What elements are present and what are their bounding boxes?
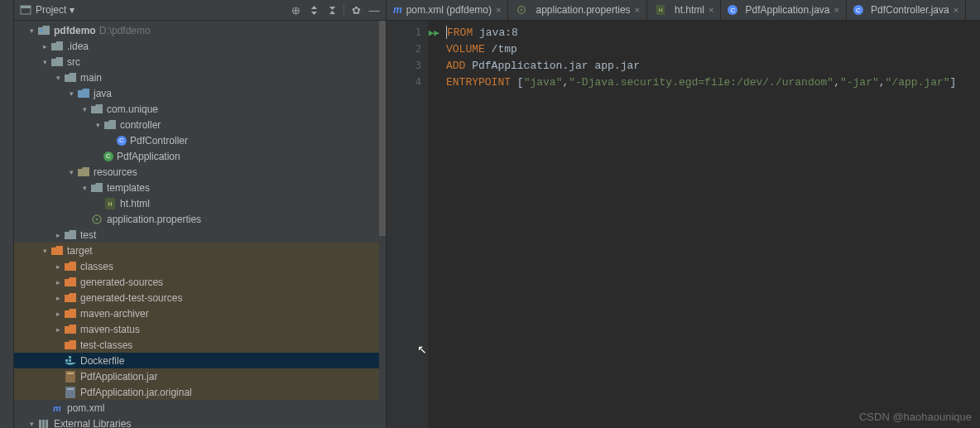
resources-folder-icon (77, 166, 90, 178)
close-icon[interactable]: × (635, 5, 640, 15)
excluded-folder-icon (64, 324, 77, 335)
project-tree[interactable]: ▾ pdfdemo D:\pdfdemo ▸ .idea ▾ src (14, 21, 386, 428)
chevron-down-icon[interactable]: ▾ (80, 184, 89, 192)
tree-scrollbar[interactable] (379, 21, 386, 428)
code-line[interactable]: VOLUME /tmp (446, 41, 980, 57)
gutter-line-4[interactable]: 4 (387, 74, 428, 90)
code-line[interactable]: FROM java:8 (446, 24, 980, 41)
chevron-down-icon[interactable]: ▾ (67, 89, 75, 98)
tree-item-package[interactable]: ▾ com.unique (14, 101, 386, 117)
chevron-right-icon[interactable]: ▸ (54, 310, 62, 318)
tree-label: External Libraries (54, 418, 131, 429)
gear-icon[interactable]: ✿ (349, 3, 363, 17)
close-icon[interactable]: × (834, 5, 839, 15)
editor-gutter[interactable]: 1 ▶▶ 2 3 4 (387, 21, 428, 428)
chevron-right-icon[interactable]: ▸ (54, 294, 62, 302)
tree-item-main[interactable]: ▾ main (14, 70, 386, 85)
chevron-right-icon[interactable]: ▸ (54, 231, 62, 239)
run-gutter-icon[interactable]: ▶▶ (429, 27, 440, 38)
tree-label: main (80, 72, 102, 84)
close-icon[interactable]: × (709, 5, 713, 15)
tab-pdfapplication[interactable]: C PdfApplication.java × (721, 0, 847, 20)
tree-label: PdfApplication (117, 151, 180, 162)
svg-rect-7 (65, 359, 68, 362)
runnable-class-icon: C (103, 151, 113, 161)
excluded-folder-icon (64, 339, 77, 351)
folder-icon (64, 229, 77, 241)
gutter-line-1[interactable]: 1 ▶▶ (387, 24, 428, 41)
editor-body: 1 ▶▶ 2 3 4 FROM java:8 VOLUME /tmp ADD P… (387, 21, 980, 428)
editor-content[interactable]: FROM java:8 VOLUME /tmp ADD PdfApplicati… (428, 21, 980, 428)
tree-item-dockerfile[interactable]: ▸ Dockerfile (14, 353, 386, 368)
html-file-icon: H (654, 4, 667, 16)
expand-all-icon[interactable] (307, 3, 320, 17)
tree-item-mvnstat[interactable]: ▸ maven-status (14, 321, 386, 337)
chevron-down-icon[interactable]: ▾ (27, 26, 36, 35)
code-line[interactable]: ENTRYPOINT ["java","-Djava.security.egd=… (446, 74, 980, 90)
tree-item-gensrc[interactable]: ▸ generated-sources (14, 274, 386, 290)
chevron-right-icon[interactable]: ▸ (54, 278, 62, 286)
tree-item-src[interactable]: ▾ src (14, 54, 386, 70)
project-view-dropdown[interactable]: Project ▾ (36, 4, 74, 16)
svg-rect-16 (46, 420, 48, 428)
tree-item-idea[interactable]: ▸ .idea (14, 38, 386, 54)
tree-label: PdfApplication.jar (80, 371, 157, 382)
tree-item-controller[interactable]: ▾ controller (14, 117, 386, 132)
svg-point-18 (521, 9, 523, 12)
editor-area: m pom.xml (pdfdemo) × application.proper… (387, 0, 980, 428)
collapse-all-icon[interactable] (325, 3, 339, 17)
chevron-down-icon[interactable]: ▾ (67, 168, 75, 176)
tree-item-templates[interactable]: ▾ templates (14, 180, 386, 195)
gutter-line-2[interactable]: 2 (387, 41, 428, 57)
tree-scrollbar-thumb[interactable] (379, 21, 386, 236)
tree-item-pomxml[interactable]: ▸ m pom.xml (14, 400, 386, 416)
tree-item-extlibs[interactable]: ▾ External Libraries (14, 416, 386, 428)
tree-item-gentest[interactable]: ▸ generated-test-sources (14, 290, 386, 305)
chevron-down-icon[interactable]: ▾ (54, 74, 62, 82)
chevron-right-icon[interactable]: ▸ (54, 325, 62, 334)
chevron-down-icon[interactable]: ▾ (41, 58, 49, 66)
gutter-line-3[interactable]: 3 (387, 57, 428, 74)
tab-label: application.properties (536, 4, 630, 16)
hide-icon[interactable]: — (368, 3, 381, 17)
chevron-down-icon[interactable]: ▾ (41, 247, 49, 255)
tree-label: pdfdemo (54, 25, 96, 36)
tree-item-pdfapplication[interactable]: ▸ C PdfApplication (14, 148, 386, 164)
tree-label: PdfController (130, 135, 188, 147)
chevron-down-icon[interactable]: ▾ (94, 121, 102, 129)
tree-label: resources (94, 166, 137, 178)
tree-item-classes[interactable]: ▸ classes (14, 258, 386, 274)
folder-icon (64, 72, 77, 84)
tool-window-stripe-left[interactable] (0, 0, 14, 428)
tree-item-pdfcontroller[interactable]: ▸ C PdfController (14, 132, 386, 148)
watermark: CSDN @haohaounique (859, 411, 972, 423)
tree-label: test (80, 229, 96, 241)
tree-item-hthtml[interactable]: ▸ H ht.html (14, 195, 386, 211)
chevron-down-icon[interactable]: ▾ (80, 105, 89, 113)
tree-item-appprops[interactable]: ▸ application.properties (14, 211, 386, 227)
chevron-right-icon[interactable]: ▸ (54, 262, 62, 271)
tree-item-mvnarch[interactable]: ▸ maven-archiver (14, 305, 386, 321)
chevron-right-icon[interactable]: ▸ (41, 42, 49, 50)
close-icon[interactable]: × (954, 5, 958, 15)
tab-pomxml[interactable]: m pom.xml (pdfdemo) × (387, 0, 508, 20)
tab-pdfcontroller[interactable]: C PdfController.java × (847, 0, 966, 20)
tab-appprops[interactable]: application.properties × (508, 0, 647, 20)
tree-item-java[interactable]: ▾ java (14, 85, 386, 101)
tree-item-appjar[interactable]: ▸ PdfApplication.jar (14, 368, 386, 384)
chevron-down-icon[interactable]: ▾ (27, 420, 36, 428)
maven-file-icon: m (393, 4, 402, 16)
tab-hthtml[interactable]: H ht.html × (647, 0, 721, 20)
tree-item-appjarorig[interactable]: ▸ PdfApplication.jar.original (14, 384, 386, 400)
locate-icon[interactable]: ⊕ (289, 3, 302, 17)
tree-item-target[interactable]: ▾ target (14, 243, 386, 258)
svg-rect-1 (21, 6, 31, 8)
tree-item-testclasses[interactable]: ▸ test-classes (14, 337, 386, 353)
code-line[interactable]: ADD PdfApplication.jar app.jar (446, 57, 980, 74)
svg-rect-8 (69, 359, 71, 362)
tree-item-resources[interactable]: ▾ resources (14, 164, 386, 180)
close-icon[interactable]: × (496, 5, 501, 15)
tree-root[interactable]: ▾ pdfdemo D:\pdfdemo (14, 22, 386, 38)
tree-label: controller (120, 119, 161, 131)
tree-item-test[interactable]: ▸ test (14, 227, 386, 243)
